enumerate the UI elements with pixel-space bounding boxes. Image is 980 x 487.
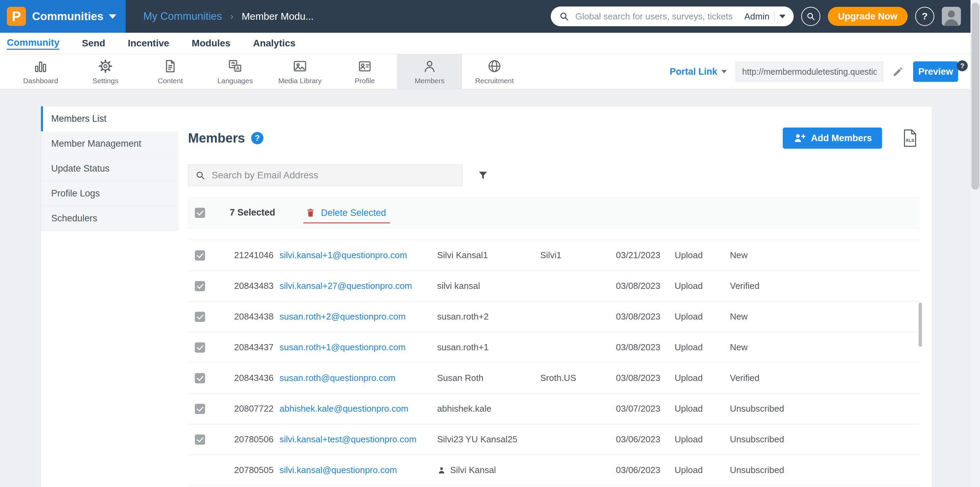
sidebar-item-schedulers[interactable]: Schedulers <box>41 206 178 231</box>
portal-link-group: Portal Link Preview <box>670 54 980 89</box>
id-card-icon <box>357 59 372 74</box>
table-row: 20780506 silvi.kansal+test@questionpro.c… <box>188 424 920 455</box>
member-email-link[interactable]: silvi.kansal+test@questionpro.com <box>280 434 437 445</box>
toolbar-item-label: Languages <box>217 77 253 85</box>
page-scrollbar-thumb[interactable] <box>972 3 979 190</box>
topbar-actions: Admin Upgrade Now ? <box>551 6 980 26</box>
member-alias: Sroth.US <box>540 373 616 383</box>
member-name-text: abhishek.kale <box>437 403 492 414</box>
svg-text:XLS: XLS <box>905 138 915 143</box>
nav-item-modules[interactable]: Modules <box>192 38 231 49</box>
member-name: abhishek.kale <box>437 403 540 414</box>
toolbar-item-content[interactable]: Content <box>138 54 203 89</box>
toolbar-item-profile[interactable]: Profile <box>332 54 397 89</box>
toolbar-item-languages[interactable]: A Languages <box>203 54 267 89</box>
member-join-date: 03/08/2023 <box>616 342 675 353</box>
member-status: Verified <box>730 373 920 383</box>
row-checkbox[interactable] <box>195 312 205 322</box>
chevron-down-icon <box>109 14 116 19</box>
member-email-link[interactable]: abhishek.kale@questionpro.com <box>280 403 437 414</box>
toolbar-item-recruitment[interactable]: Recruitment <box>462 54 527 89</box>
row-checkbox[interactable] <box>195 404 205 414</box>
member-search-input[interactable] <box>211 170 455 181</box>
member-id: 20780506 <box>234 434 280 445</box>
preview-button[interactable]: Preview <box>913 61 958 82</box>
sidebar-item-members-list[interactable]: Members List <box>41 106 178 131</box>
table-row: 20807722 abhishek.kale@questionpro.com a… <box>188 393 920 424</box>
avatar[interactable] <box>942 7 961 26</box>
search-icon <box>195 170 205 181</box>
app-logo-button[interactable]: P Communities <box>0 0 126 33</box>
members-help-icon[interactable]: ? <box>251 132 263 144</box>
bar-chart-icon <box>33 59 48 74</box>
members-table: 21241046 silvi.kansal+1@questionpro.com … <box>188 240 920 485</box>
gear-icon <box>98 59 113 74</box>
member-email-link[interactable]: susan.roth@questionpro.com <box>280 373 437 383</box>
sidebar-item-update-status[interactable]: Update Status <box>41 156 178 181</box>
person-icon <box>422 59 437 74</box>
help-button[interactable]: ? <box>915 7 934 26</box>
translate-icon: A <box>228 59 243 74</box>
nav-item-community[interactable]: Community <box>7 37 59 50</box>
nav-item-analytics[interactable]: Analytics <box>253 38 296 49</box>
member-status: Unsubscribed <box>730 465 920 475</box>
member-name-text: silvi kansal <box>437 281 480 291</box>
member-email-link[interactable]: silvi.kansal+1@questionpro.com <box>280 250 437 260</box>
table-scrollbar[interactable] <box>919 303 922 347</box>
nav-item-send[interactable]: Send <box>82 38 105 49</box>
row-checkbox[interactable] <box>195 373 205 383</box>
user-photo <box>942 7 961 26</box>
member-email-link[interactable]: susan.roth+1@questionpro.com <box>280 342 437 353</box>
selection-bar: 7 Selected Delete Selected <box>188 197 920 228</box>
breadcrumb-parent-link[interactable]: My Communities <box>143 10 222 22</box>
member-search-row <box>188 164 920 186</box>
row-checkbox[interactable] <box>195 343 205 353</box>
member-name: susan.roth+2 <box>437 311 540 322</box>
add-members-button[interactable]: Add Members <box>783 128 882 149</box>
preview-help-icon[interactable]: ? <box>957 60 968 71</box>
person-icon <box>437 466 446 475</box>
search-scope-select[interactable]: Admin <box>744 11 786 22</box>
module-toolbar: Dashboard Settings Content A Languages M… <box>0 54 980 89</box>
toolbar-item-members[interactable]: Members <box>397 54 462 89</box>
filter-button[interactable] <box>477 170 488 181</box>
search-button[interactable] <box>801 7 820 26</box>
member-name: Silvi Kansal <box>437 465 540 475</box>
upgrade-button[interactable]: Upgrade Now <box>828 7 908 26</box>
delete-selected-label: Delete Selected <box>321 208 386 218</box>
product-name: Communities <box>32 10 103 23</box>
row-checkbox[interactable] <box>195 250 205 260</box>
member-status: New <box>730 250 920 260</box>
toolbar-item-media-library[interactable]: Media Library <box>267 54 332 89</box>
global-search-input[interactable] <box>574 11 739 22</box>
breadcrumb-separator: › <box>230 11 234 22</box>
member-status: New <box>730 342 920 353</box>
member-source: Upload <box>675 434 730 445</box>
member-join-date: 03/08/2023 <box>616 281 675 291</box>
xls-file-icon: XLS <box>902 129 918 148</box>
member-source: Upload <box>675 373 730 383</box>
member-email-link[interactable]: silvi.kansal+27@questionpro.com <box>280 281 437 291</box>
member-name-text: susan.roth+1 <box>437 342 488 353</box>
edit-portal-button[interactable] <box>892 65 904 78</box>
portal-link-dropdown[interactable]: Portal Link <box>670 67 727 77</box>
select-all-checkbox[interactable] <box>195 208 205 218</box>
row-checkbox[interactable] <box>195 281 205 291</box>
sidebar-item-profile-logs[interactable]: Profile Logs <box>41 181 178 206</box>
member-id: 20780505 <box>234 465 280 475</box>
row-checkbox[interactable] <box>195 435 205 445</box>
export-xls-button[interactable]: XLS <box>902 129 918 148</box>
member-status: Verified <box>730 281 920 291</box>
toolbar-item-dashboard[interactable]: Dashboard <box>8 54 73 89</box>
sidebar-item-member-management[interactable]: Member Management <box>41 131 178 156</box>
toolbar-item-settings[interactable]: Settings <box>73 54 138 89</box>
nav-item-incentive[interactable]: Incentive <box>127 38 169 49</box>
member-source: Upload <box>675 311 730 322</box>
delete-selected-button[interactable]: Delete Selected <box>303 208 390 224</box>
member-email-link[interactable]: susan.roth+2@questionpro.com <box>280 311 437 322</box>
portal-url-input[interactable] <box>736 62 883 81</box>
table-row: 20843437 susan.roth+1@questionpro.com su… <box>188 332 920 363</box>
member-join-date: 03/06/2023 <box>616 434 675 445</box>
search-icon <box>806 11 816 21</box>
member-email-link[interactable]: silvi.kansal@questionpro.com <box>280 465 437 475</box>
